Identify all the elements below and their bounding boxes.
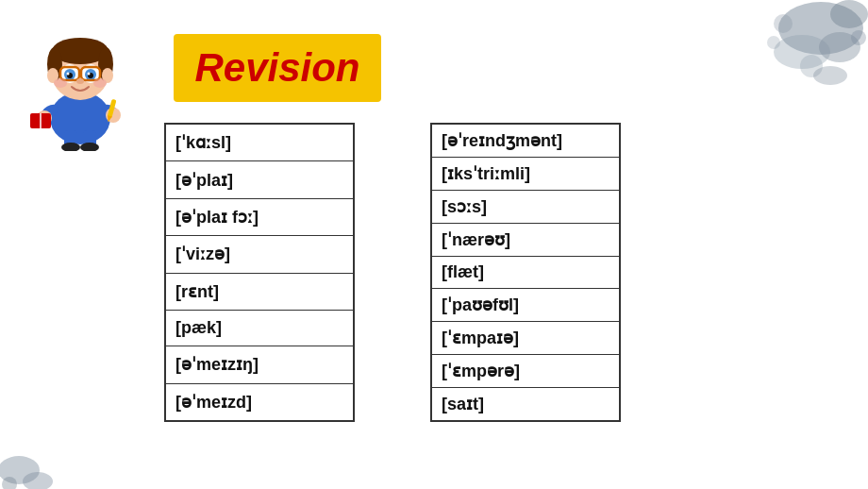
word-cell: [ɪksˈtriːmli] [431,158,620,191]
word-cell: [pæk] [165,310,354,346]
word-cell: [əˈmeɪzɪŋ] [165,346,354,383]
table-row: [sɔːs] [431,191,620,224]
svg-point-7 [767,36,780,49]
svg-point-6 [800,55,823,77]
table-row: [ˈɛmpaɪə] [431,322,620,355]
table-row: [ˈkɑːsl] [165,124,354,161]
left-word-table: [ˈkɑːsl][əˈplaɪ][əˈplaɪ fɔː][ˈviːzə][rɛn… [164,123,355,422]
svg-point-38 [67,73,70,76]
svg-point-45 [93,78,107,88]
svg-point-0 [778,2,863,55]
svg-point-43 [76,78,84,84]
table-row: [ˈnærəʊ] [431,224,620,257]
table-row: [əˈplaɪ] [165,161,354,198]
table-row: [saɪt] [431,388,620,422]
word-cell: [ˈviːzə] [165,236,354,273]
svg-point-3 [819,32,860,62]
table-row: [əˈplaɪ fɔː] [165,198,354,235]
word-cell: [ˈnærəʊ] [431,224,620,257]
word-cell: [rɛnt] [165,273,354,310]
revision-title: Revision [194,45,359,91]
svg-point-1 [830,0,868,28]
table-row: [rɛnt] [165,273,354,310]
word-cell: [əˈmeɪzd] [165,383,354,421]
table-row: [ɪksˈtriːmli] [431,158,620,191]
word-cell: [ˈpaʊəfʊl] [431,289,620,322]
svg-point-4 [774,14,793,33]
table-row: [əˈreɪndʒmənt] [431,124,620,158]
word-cell: [flæt] [431,257,620,289]
svg-point-2 [774,35,830,69]
svg-point-44 [54,78,67,88]
word-cell: [əˈplaɪ fɔː] [165,198,354,235]
word-cell: [ˈkɑːsl] [165,124,354,161]
svg-point-11 [2,477,17,489]
word-cell: [saɪt] [431,388,620,422]
word-cell: [ˈɛmpaɪə] [431,322,620,355]
table-row: [əˈmeɪzd] [165,383,354,421]
character-illustration [19,9,142,142]
table-row: [əˈmeɪzɪŋ] [165,346,354,383]
word-cell: [sɔːs] [431,191,620,224]
table-row: [flæt] [431,257,620,289]
decorative-splat-bottom-left [0,413,75,489]
decorative-splat-top-right [717,0,868,113]
word-cell: [əˈplaɪ] [165,161,354,198]
svg-point-9 [0,456,40,484]
svg-point-8 [813,66,847,85]
svg-point-5 [851,30,866,45]
revision-title-box: Revision [174,34,381,102]
table-row: [ˈviːzə] [165,236,354,273]
svg-point-39 [88,73,91,76]
table-row: [ˈɛmpərə] [431,355,620,388]
right-word-table: [əˈreɪndʒmənt][ɪksˈtriːmli][sɔːs][ˈnærəʊ… [430,123,621,422]
table-row: [ˈpaʊəfʊl] [431,289,620,322]
word-cell: [əˈreɪndʒmənt] [431,124,620,158]
word-cell: [ˈɛmpərə] [431,355,620,388]
table-row: [pæk] [165,310,354,346]
tables-container: [ˈkɑːsl][əˈplaɪ][əˈplaɪ fɔː][ˈviːzə][rɛn… [164,123,621,422]
svg-point-10 [23,472,53,489]
